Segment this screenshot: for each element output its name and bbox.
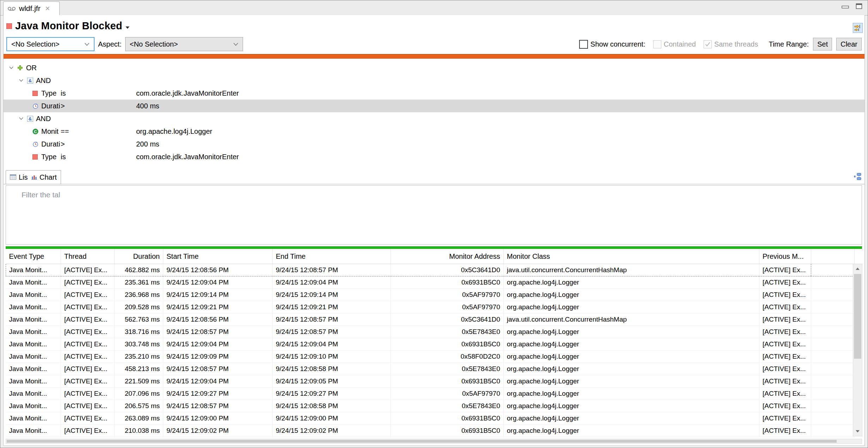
show-concurrent-checkbox[interactable]	[579, 40, 588, 49]
minimize-button[interactable]	[842, 4, 849, 10]
table-row[interactable]: Java Monit...[ACTIVE] Ex...235.210 ms9/2…	[6, 351, 855, 363]
cell-filler	[811, 338, 855, 351]
horizontal-scrollbar[interactable]	[6, 439, 862, 444]
cell-cls: org.apache.log4j.Logger	[504, 412, 759, 425]
table-row[interactable]: Java Monit...[ACTIVE] Ex...207.096 ms9/2…	[6, 388, 855, 400]
cell-filler	[811, 276, 855, 289]
cell-end: 9/24/15 12:09:10 PM	[273, 351, 391, 363]
column-header-previous-m-[interactable]: Previous M...	[759, 249, 811, 264]
cell-duration: 210.038 ms	[115, 425, 163, 437]
cell-end: 9/24/15 12:09:21 PM	[273, 301, 391, 313]
cell-filler	[811, 363, 855, 375]
cell-duration: 263.089 ms	[115, 412, 163, 425]
tree-row-type[interactable]: Typeiscom.oracle.jdk.JavaMonitorEnter	[4, 87, 864, 100]
scroll-down-arrow[interactable]	[853, 427, 862, 436]
event-table-area: Event TypeThreadDurationStart TimeEnd Ti…	[4, 245, 864, 446]
column-header-start-time[interactable]: Start Time	[163, 249, 273, 264]
cell-start: 9/24/15 12:08:57 PM	[163, 326, 273, 338]
table-row[interactable]: Java Monit...[ACTIVE] Ex...210.038 ms9/2…	[6, 425, 855, 437]
cell-cls: org.apache.log4j.Logger	[504, 338, 759, 351]
chevron-down-icon[interactable]	[126, 24, 129, 30]
column-header-duration[interactable]: Duration	[115, 249, 163, 264]
tree-row-or[interactable]: OR	[4, 61, 864, 74]
or-icon	[17, 65, 24, 71]
table-row[interactable]: Java Monit...[ACTIVE] Ex...206.575 ms9/2…	[6, 400, 855, 412]
tree-row-and[interactable]: &AND	[4, 112, 864, 125]
table-row[interactable]: Java Monit...[ACTIVE] Ex...318.716 ms9/2…	[6, 326, 855, 338]
expand-chevron-icon[interactable]	[19, 117, 24, 120]
table-row[interactable]: Java Monit...[ACTIVE] Ex...462.882 ms9/2…	[6, 264, 855, 276]
set-button[interactable]: Set	[813, 38, 832, 50]
cell-address: 0x5AF97970	[391, 289, 504, 301]
column-header-end-time[interactable]: End Time	[273, 249, 391, 264]
scrollbar-thumb[interactable]	[854, 274, 861, 359]
tree-node-value: 400 ms	[136, 102, 159, 110]
expand-chevron-icon[interactable]	[9, 66, 14, 69]
concurrent-arrows-icon[interactable]	[853, 23, 863, 33]
scroll-up-arrow[interactable]	[853, 264, 862, 273]
table-row[interactable]: Java Monit...[ACTIVE] Ex...209.528 ms9/2…	[6, 301, 855, 313]
cell-start: 9/24/15 12:09:27 PM	[163, 388, 273, 400]
maximize-button[interactable]	[856, 3, 863, 11]
cell-previous: [ACTIVE] Ex...	[759, 388, 811, 400]
table-row[interactable]: Java Monit...[ACTIVE] Ex...263.089 ms9/2…	[6, 412, 855, 425]
horizontal-scrollbar-thumb[interactable]	[7, 440, 837, 443]
tree-row-monit[interactable]: CMonit==org.apache.log4j.Logger	[4, 125, 864, 138]
filter-input[interactable]: Filter the tal	[6, 185, 862, 245]
aspect-combo[interactable]: <No Selection>	[125, 37, 243, 51]
cell-end: 9/24/15 12:08:57 PM	[273, 313, 391, 326]
cell-start: 9/24/15 12:09:04 PM	[163, 338, 273, 351]
clear-button[interactable]: Clear	[836, 38, 862, 50]
editor-tab-wldf-jfr[interactable]: wldf.jfr ✕	[3, 1, 60, 15]
tree-node-label: Monit	[41, 127, 62, 136]
cell-address: 0x5E7843E0	[391, 326, 504, 338]
close-icon[interactable]: ✕	[45, 5, 50, 12]
tree-node-value: com.oracle.jdk.JavaMonitorEnter	[136, 89, 239, 97]
chevron-down-icon	[233, 43, 238, 46]
cell-previous: [ACTIVE] Ex...	[759, 313, 811, 326]
table-row[interactable]: Java Monit...[ACTIVE] Ex...221.509 ms9/2…	[6, 375, 855, 388]
cell-end: 9/24/15 12:08:58 PM	[273, 400, 391, 412]
expand-chevron-icon[interactable]	[19, 79, 24, 82]
cell-end: 9/24/15 12:09:27 PM	[273, 388, 391, 400]
column-header-thread[interactable]: Thread	[61, 249, 115, 264]
cell-previous: [ACTIVE] Ex...	[759, 425, 811, 437]
show-concurrent-label: Show concurrent:	[590, 40, 645, 48]
vertical-scrollbar[interactable]	[853, 264, 862, 436]
column-header-event-type[interactable]: Event Type	[6, 249, 61, 264]
aspect-label: Aspect:	[98, 40, 122, 48]
column-header-monitor-address[interactable]: Monitor Address	[391, 249, 504, 264]
cell-duration: 209.528 ms	[115, 301, 163, 313]
selection-combo[interactable]: <No Selection>	[6, 37, 95, 51]
cell-type: Java Monit...	[6, 363, 61, 375]
tree-node-value: 200 ms	[136, 140, 159, 148]
tree-row-and[interactable]: &AND	[4, 74, 864, 87]
layout-icon[interactable]	[852, 172, 862, 182]
toolbar: <No Selection> Aspect: <No Selection> Sh…	[4, 34, 864, 54]
cell-start: 9/24/15 12:09:04 PM	[163, 276, 273, 289]
same-threads-checkbox	[704, 40, 712, 48]
table-row[interactable]: Java Monit...[ACTIVE] Ex...235.361 ms9/2…	[6, 276, 855, 289]
table-row[interactable]: Java Monit...[ACTIVE] Ex...303.748 ms9/2…	[6, 338, 855, 351]
cell-previous: [ACTIVE] Ex...	[759, 375, 811, 388]
tree-row-type[interactable]: Typeiscom.oracle.jdk.JavaMonitorEnter	[4, 150, 864, 163]
cell-filler	[811, 264, 855, 276]
cell-address: 0x6931B5C0	[391, 412, 504, 425]
table-row[interactable]: Java Monit...[ACTIVE] Ex...562.763 ms9/2…	[6, 313, 855, 326]
cell-type: Java Monit...	[6, 425, 61, 437]
column-header-monitor-class[interactable]: Monitor Class	[504, 249, 759, 264]
table-row[interactable]: Java Monit...[ACTIVE] Ex...458.213 ms9/2…	[6, 363, 855, 375]
tree-row-durati[interactable]: Durati>200 ms	[4, 138, 864, 150]
tree-row-durati[interactable]: Durati>400 ms	[4, 100, 864, 112]
cell-address: 0x58F0D2C0	[391, 351, 504, 363]
cell-type: Java Monit...	[6, 375, 61, 388]
cell-thread: [ACTIVE] Ex...	[61, 301, 115, 313]
tree-node-label: OR	[26, 64, 37, 72]
tree-node-operator: >	[61, 140, 65, 148]
cell-start: 9/24/15 12:08:56 PM	[163, 313, 273, 326]
tab-chart[interactable]: Chart	[28, 170, 61, 184]
cell-cls: org.apache.log4j.Logger	[504, 289, 759, 301]
table-row[interactable]: Java Monit...[ACTIVE] Ex...236.968 ms9/2…	[6, 289, 855, 301]
list-table-icon	[10, 173, 16, 181]
cell-cls: java.util.concurrent.ConcurrentHashMap	[504, 313, 759, 326]
